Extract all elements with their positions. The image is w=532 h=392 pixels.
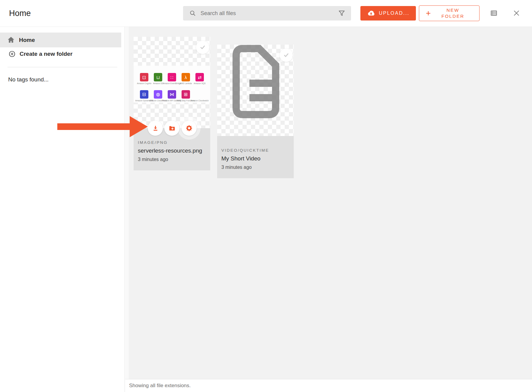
- status-bar: Showing all file extensions.: [125, 379, 532, 392]
- aws-service-cell: ⊡Amazon Cognito: [137, 68, 151, 84]
- search-icon: [189, 10, 196, 17]
- list-view-icon: [490, 9, 498, 17]
- amazon-s3-icon: ⊔: [154, 73, 162, 81]
- gear-icon: [185, 124, 193, 132]
- circle-plus-icon: [8, 50, 16, 58]
- file-card-my-short-video[interactable]: VIDEO/QUICKTIME My Short Video 3 minutes…: [217, 37, 294, 178]
- new-folder-button[interactable]: + NEW FOLDER: [419, 5, 480, 21]
- close-button[interactable]: [511, 8, 521, 18]
- aws-service-cell: ⇄Amazon SQS: [193, 68, 207, 84]
- check-icon: [282, 51, 290, 59]
- search-input[interactable]: Search all files: [183, 6, 351, 21]
- plus-icon: +: [426, 9, 431, 17]
- folder-move-icon: [168, 125, 176, 132]
- aws-service-label: Amazon Cloudwatch: [191, 100, 209, 102]
- amazon-sqs-icon: ⇄: [195, 73, 204, 81]
- file-settings-button[interactable]: [182, 121, 197, 136]
- list-view-button[interactable]: [489, 8, 499, 18]
- select-check-badge[interactable]: [196, 41, 209, 54]
- file-name: serverless-resources.png: [138, 147, 205, 154]
- sidebar-home-label: Home: [19, 37, 35, 43]
- move-to-folder-button[interactable]: [164, 121, 179, 136]
- upload-label: UPLOAD...: [379, 11, 410, 16]
- aws-service-label: AWS Lambda: [180, 82, 192, 84]
- filter-icon[interactable]: [338, 9, 346, 17]
- aws-service-cell: Amazon Cloudwatch: [193, 86, 207, 102]
- file-manager-window: Home Search all files UPLOAD... + NEW FO…: [0, 0, 532, 392]
- aws-service-cell: ∷Amazon EventBridge: [165, 68, 179, 84]
- amazon-api-gateway-icon: ⋈: [168, 90, 176, 99]
- aws-service-icon-empty: [195, 90, 204, 99]
- file-name: My Short Video: [221, 155, 289, 162]
- aws-service-label: Amazon Cognito: [137, 82, 151, 84]
- select-check-badge[interactable]: [280, 49, 293, 62]
- file-meta: VIDEO/QUICKTIME My Short Video 3 minutes…: [217, 136, 294, 178]
- file-thumbnail: [217, 45, 294, 136]
- sidebar-item-create-folder[interactable]: Create a new folder: [0, 48, 125, 60]
- file-type-label: VIDEO/QUICKTIME: [221, 148, 289, 153]
- aws-icons-grid: ⊡Amazon Cognito⊔Amazon S3∷Amazon EventBr…: [134, 66, 210, 103]
- cloud-upload-icon: [367, 10, 375, 17]
- aws-service-label: Amazon SQS: [194, 82, 205, 84]
- amazon-dynamodb-icon: ⊟: [140, 90, 148, 99]
- file-thumbnail: ⊡Amazon Cognito⊔Amazon S3∷Amazon EventBr…: [134, 37, 210, 128]
- scroll-gutter: [125, 27, 129, 379]
- close-icon: [512, 9, 521, 17]
- annotation-arrow: [57, 116, 148, 137]
- upload-button[interactable]: UPLOAD...: [360, 6, 416, 21]
- topbar: Home Search all files UPLOAD... + NEW FO…: [0, 0, 532, 27]
- aws-service-cell: ⊟Amazon DynamoDB: [137, 86, 151, 102]
- aws-service-label: Amazon EventBridge: [163, 82, 181, 84]
- file-grid: ⊡Amazon Cognito⊔Amazon S3∷Amazon EventBr…: [129, 27, 532, 379]
- sidebar-divider: [8, 67, 117, 67]
- aws-service-label: Amazon S3: [153, 82, 163, 84]
- status-text: Showing all file extensions.: [129, 383, 191, 389]
- file-modified-time: 3 minutes ago: [221, 165, 289, 170]
- aws-service-cell: λAWS Lambda: [179, 68, 193, 84]
- amazon-eventbridge-icon: ∷: [168, 73, 176, 81]
- document-placeholder-icon: [231, 45, 280, 119]
- file-card-serverless-png[interactable]: ⊡Amazon Cognito⊔Amazon S3∷Amazon EventBr…: [134, 37, 210, 170]
- amazon-cognito-icon: ⊡: [140, 73, 148, 81]
- aws-lambda-icon: λ: [182, 73, 190, 81]
- check-icon: [199, 43, 207, 51]
- search-placeholder: Search all files: [201, 10, 338, 17]
- no-tags-message: No tags found...: [8, 76, 125, 83]
- download-icon: [152, 125, 159, 132]
- page-title: Home: [9, 9, 31, 18]
- new-folder-label: NEW FOLDER: [431, 7, 475, 20]
- home-icon: [7, 36, 15, 44]
- aws-step-functions-icon: ⊞: [182, 90, 190, 99]
- create-folder-label: Create a new folder: [20, 51, 72, 57]
- download-button[interactable]: [148, 121, 163, 136]
- file-modified-time: 3 minutes ago: [138, 157, 205, 162]
- amazon-cloudfront-icon: ◍: [154, 90, 162, 99]
- sidebar: Home Create a new folder No tags found..…: [0, 27, 125, 392]
- file-type-label: IMAGE/PNG: [138, 140, 205, 145]
- sidebar-item-home[interactable]: Home: [0, 33, 121, 47]
